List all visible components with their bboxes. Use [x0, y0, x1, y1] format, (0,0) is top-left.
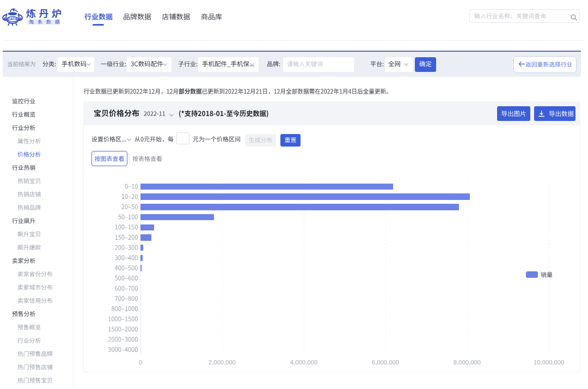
- svg-text:DATA: DATA: [8, 17, 17, 21]
